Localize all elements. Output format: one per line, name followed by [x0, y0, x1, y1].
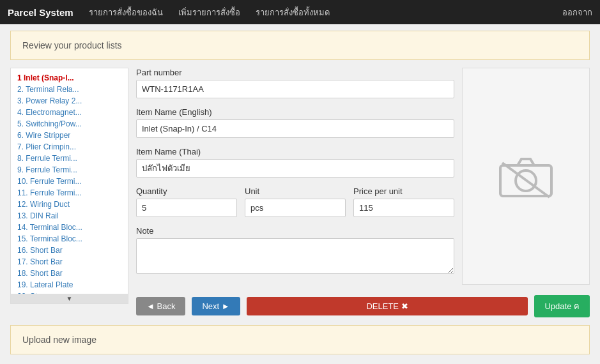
list-item[interactable]: 4. Electromagnet... — [13, 107, 125, 118]
brand-title: Parcel System — [8, 7, 73, 18]
list-item[interactable]: 5. Switching/Pow... — [13, 118, 125, 130]
list-item[interactable]: 16. Short Bar — [13, 245, 125, 256]
note-label: Note — [136, 226, 454, 236]
list-item[interactable]: 10. Ferrule Termi... — [13, 176, 125, 187]
list-item[interactable]: 8. Ferrule Termi... — [13, 153, 125, 164]
quantity-unit-price-row: Quantity Unit Price per unit — [136, 186, 454, 217]
nav-link-all-orders[interactable]: รายการสั่งซื้อทั้งหมด — [256, 6, 330, 19]
item-name-th-group: Item Name (Thai) — [136, 147, 454, 178]
list-item[interactable]: 2. Terminal Rela... — [13, 84, 125, 95]
part-number-group: Part number — [136, 68, 454, 98]
unit-group: Unit — [245, 186, 346, 217]
price-group: Price per unit — [353, 186, 454, 217]
price-label: Price per unit — [353, 186, 454, 196]
review-banner-text: Review your product lists — [22, 40, 122, 50]
quantity-group: Quantity — [136, 186, 237, 217]
content-area: 1 Inlet (Snap-I... 2. Terminal Rela... 3… — [10, 68, 590, 317]
part-number-label: Part number — [136, 68, 454, 77]
image-placeholder — [462, 68, 590, 285]
quantity-input[interactable] — [136, 199, 237, 217]
list-item[interactable]: 18. Short Bar — [13, 268, 125, 279]
next-button[interactable]: Next ► — [192, 297, 240, 315]
list-item[interactable]: 12. Wiring Duct — [13, 199, 125, 210]
list-item[interactable]: 15. Terminal Bloc... — [13, 233, 125, 245]
update-button[interactable]: Update ฅ — [534, 295, 590, 317]
list-item[interactable]: 14. Terminal Bloc... — [13, 222, 125, 233]
item-name-th-label: Item Name (Thai) — [136, 147, 454, 156]
unit-input[interactable] — [245, 199, 346, 217]
item-name-en-group: Item Name (English) — [136, 107, 454, 138]
list-item[interactable]: 1 Inlet (Snap-I... — [13, 72, 125, 84]
logout-link[interactable]: ออกจาก — [562, 6, 592, 19]
note-group: Note — [136, 226, 454, 276]
part-number-input[interactable] — [136, 80, 454, 98]
item-name-th-input[interactable] — [136, 159, 454, 178]
note-textarea[interactable] — [136, 238, 454, 274]
list-scroll-down-arrow[interactable]: ▼ — [11, 294, 128, 303]
action-buttons-row: ◄ Back Next ► DELETE ✖ Update ฅ — [136, 295, 590, 317]
list-item[interactable]: 19. Lateral Plate — [13, 279, 125, 291]
list-item[interactable]: 3. Power Relay 2... — [13, 95, 125, 107]
product-list-panel[interactable]: 1 Inlet (Snap-I... 2. Terminal Rela... 3… — [10, 68, 128, 304]
list-item[interactable]: 9. Ferrule Termi... — [13, 164, 125, 176]
upload-banner-text: Upload new image — [22, 335, 96, 345]
list-item[interactable]: 13. DIN Rail — [13, 210, 125, 222]
form-image-row: Part number Item Name (English) Item Nam… — [136, 68, 590, 285]
list-item[interactable]: 17. Short Bar — [13, 256, 125, 268]
list-item[interactable]: 11. Ferrule Termi... — [13, 187, 125, 199]
unit-label: Unit — [245, 186, 346, 196]
review-banner: Review your product lists — [10, 31, 590, 60]
delete-button[interactable]: DELETE ✖ — [247, 297, 528, 315]
nav-link-my-orders[interactable]: รายการสั่งซื้อของฉัน — [89, 6, 163, 19]
upload-banner: Upload new image — [10, 325, 590, 354]
item-name-en-label: Item Name (English) — [136, 107, 454, 117]
back-button[interactable]: ◄ Back — [136, 297, 185, 315]
quantity-label: Quantity — [136, 186, 237, 196]
page-wrapper: Review your product lists 1 Inlet (Snap-… — [0, 24, 600, 361]
list-item[interactable]: 7. Plier Crimpin... — [13, 141, 125, 153]
camera-no-image-icon — [497, 154, 555, 199]
item-name-en-input[interactable] — [136, 119, 454, 138]
navbar: Parcel System รายการสั่งซื้อของฉัน เพิ่ม… — [0, 0, 600, 24]
right-panel: Part number Item Name (English) Item Nam… — [136, 68, 590, 317]
price-input[interactable] — [353, 199, 454, 217]
form-fields: Part number Item Name (English) Item Nam… — [136, 68, 454, 285]
list-item[interactable]: 6. Wire Stripper — [13, 130, 125, 141]
nav-link-add-order[interactable]: เพิ่มรายการสั่งซื้อ — [178, 6, 240, 19]
